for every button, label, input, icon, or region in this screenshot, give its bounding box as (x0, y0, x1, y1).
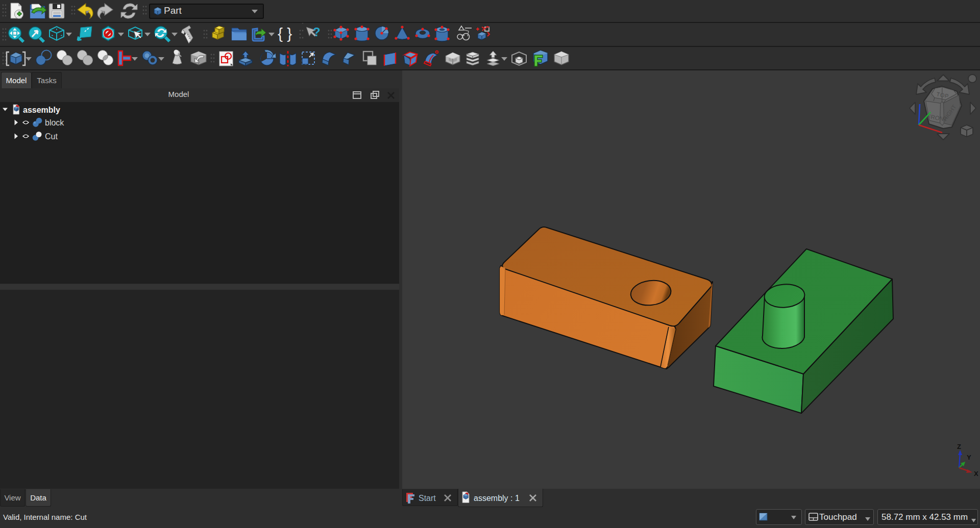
svg-text:Cut: Cut (45, 132, 58, 141)
svg-text:assembly : 1: assembly : 1 (474, 494, 520, 502)
svg-text:Y: Y (967, 454, 971, 461)
svg-text:Touchpad: Touchpad (819, 512, 857, 522)
svg-text:Z: Z (957, 443, 961, 450)
svg-text:Start: Start (419, 494, 436, 502)
svg-text:assembly: assembly (23, 106, 60, 114)
svg-text:58.72 mm x 42.53 mm: 58.72 mm x 42.53 mm (881, 512, 968, 522)
svg-text:?: ? (313, 25, 321, 39)
svg-text:X: X (974, 470, 978, 477)
svg-text:block: block (45, 118, 64, 127)
svg-text:{ }: { } (278, 25, 292, 42)
